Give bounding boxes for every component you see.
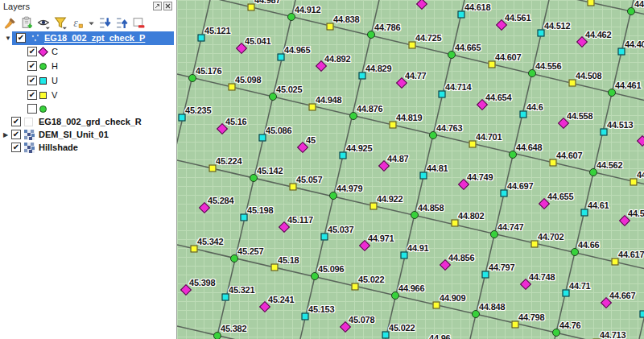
float-panel-button[interactable]	[153, 2, 162, 10]
map-marker-U	[640, 311, 644, 318]
legend-label-C: C	[52, 47, 58, 56]
filter-by-expression-button[interactable]: ε	[70, 15, 85, 31]
layer-label-dem[interactable]: DEM_SI_Unit_01	[39, 130, 109, 139]
yellow-square-icon	[39, 92, 47, 99]
elevation-label: 45.257	[237, 246, 263, 256]
elevation-label: 44.87	[387, 154, 409, 163]
elevation-label: 44.61	[588, 201, 609, 210]
elevation-label: 45.342	[197, 237, 223, 246]
elevation-label: 44.786	[374, 23, 400, 32]
open-styling-panel-button[interactable]	[2, 15, 18, 31]
legend-checkbox-H[interactable]	[27, 61, 37, 71]
elevation-label: 44.979	[336, 184, 362, 193]
close-panel-icon	[163, 2, 172, 10]
elevation-label: 44.725	[415, 33, 441, 43]
elevation-label: 44.925	[346, 143, 372, 153]
elevation-label: 45.284	[208, 196, 233, 205]
elevation-label: 44.91	[407, 243, 429, 253]
close-panel-button[interactable]	[163, 2, 172, 10]
elevation-label: 44.838	[333, 14, 359, 24]
elevation-label: 44.5	[637, 170, 644, 180]
cyan-square-icon	[39, 77, 47, 85]
elevation-label: 45.382	[221, 324, 246, 333]
epsilon-icon: ε	[71, 16, 85, 30]
elevation-label: 44.848	[479, 302, 505, 312]
elevation-label: 45	[306, 135, 316, 145]
elevation-label: 45.18	[278, 255, 299, 265]
legend-checkbox-U[interactable]	[27, 76, 37, 85]
elevation-label: 44.987	[254, 0, 280, 5]
remove-layer-button[interactable]	[131, 15, 147, 31]
filter-legend-button[interactable]	[53, 15, 68, 31]
elevation-label: 45.224	[216, 156, 242, 166]
elevation-label: 44.797	[489, 263, 514, 272]
elevation-label: 45.117	[287, 215, 313, 225]
elevation-label: 45.142	[257, 166, 283, 176]
expand-all-button[interactable]	[97, 15, 113, 31]
elevation-label: 44.618	[464, 2, 490, 12]
legend-label-H: H	[52, 61, 58, 71]
legend-checkbox-V[interactable]	[27, 90, 37, 100]
elevation-label: 44.461	[615, 81, 641, 90]
svg-text:ε: ε	[73, 17, 78, 29]
float-panel-icon	[153, 2, 162, 10]
elevation-label: 44.76	[559, 320, 581, 330]
legend-checkbox-unlabeled[interactable]	[27, 104, 37, 114]
elevation-label: 44.561	[505, 13, 530, 23]
add-group-button[interactable]	[19, 15, 35, 31]
legend-checkbox-C[interactable]	[27, 47, 37, 56]
elevation-label: 45.022	[389, 323, 415, 333]
raster-checker-icon	[24, 143, 35, 153]
elevation-label: 44.462	[585, 30, 611, 39]
elevation-label: 44.513	[607, 120, 633, 130]
elevation-label: 45.022	[358, 275, 384, 284]
raster-checker-icon	[24, 130, 35, 140]
elevation-label: 44.617	[618, 250, 644, 259]
layer-label-zpt-check[interactable]: EG18_002_zpt_check_P	[44, 33, 145, 43]
elevation-label: 45.041	[245, 36, 270, 46]
elevation-label: 44.909	[440, 293, 465, 303]
expand-expander-icon[interactable]: ▶	[3, 132, 8, 138]
elevation-label: 44.665	[455, 43, 481, 52]
elevation-label: 44.648	[516, 143, 542, 152]
layers-panel-header: Layers	[0, 0, 175, 13]
layer-checkbox-hillshade[interactable]	[11, 143, 21, 152]
elevation-label: 45.098	[235, 75, 261, 85]
elevation-label: 44.96	[429, 333, 451, 339]
elevation-label: 45.235	[185, 105, 211, 115]
elevation-label: 45.321	[229, 285, 254, 295]
green-circle-icon	[39, 105, 47, 113]
elevation-label: 44.747	[497, 222, 523, 232]
elevation-label: 44.558	[567, 111, 592, 121]
elevation-label: 45.096	[318, 264, 344, 274]
elevation-label: 45.086	[266, 126, 291, 135]
elevation-label: 45.121	[204, 26, 230, 35]
elevation-label: 45.037	[328, 225, 353, 234]
paintbrush-icon	[3, 16, 17, 30]
elevation-label: 44.667	[609, 291, 635, 300]
magenta-diamond-icon	[38, 47, 48, 57]
layer-checkbox-zpt[interactable]	[16, 33, 26, 43]
manage-map-themes-button[interactable]	[36, 15, 52, 31]
layer-label-grd-check[interactable]: EG18_002_grd_check_R	[39, 117, 142, 126]
elevation-label: 44.409	[625, 39, 644, 49]
elevation-label: 44.912	[295, 5, 320, 14]
collapse-expander-icon[interactable]: ▼	[5, 35, 11, 42]
expression-dropdown-button[interactable]	[87, 15, 96, 31]
layer-checkbox-grd[interactable]	[11, 117, 21, 126]
elevation-label: 44.6	[526, 102, 543, 112]
elevation-label: 44.819	[396, 113, 422, 122]
layer-label-hillshade[interactable]: Hillshade	[39, 143, 78, 152]
elevation-label: 44.512	[544, 21, 570, 31]
layer-checkbox-dem[interactable]	[11, 130, 21, 139]
elevation-label: 44.948	[316, 95, 341, 105]
elevation-label: 44.829	[365, 64, 391, 73]
elevation-label: 44.77	[405, 71, 427, 81]
elevation-label: 45.198	[247, 205, 273, 215]
collapse-all-button[interactable]	[114, 15, 130, 31]
map-canvas[interactable]: 44.444.98744.91244.83844.78644.72544.665…	[176, 0, 644, 339]
folder-plus-icon	[20, 16, 34, 30]
elevation-label: 45.025	[276, 85, 302, 94]
elevation-label: 44.655	[547, 192, 573, 201]
elevation-label: 44.607	[495, 52, 521, 62]
